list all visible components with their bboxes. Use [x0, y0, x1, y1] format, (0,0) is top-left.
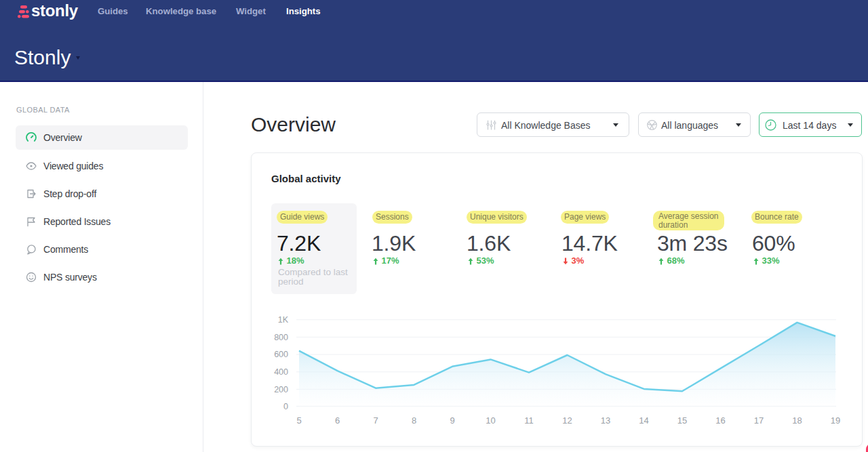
svg-text:9: 9: [450, 415, 454, 426]
svg-text:14: 14: [639, 415, 648, 426]
svg-text:15: 15: [677, 415, 687, 426]
svg-text:5: 5: [296, 415, 301, 426]
svg-text:6: 6: [335, 415, 340, 426]
svg-text:13: 13: [601, 415, 610, 426]
svg-text:600: 600: [274, 350, 288, 359]
svg-text:17: 17: [754, 415, 764, 426]
svg-text:11: 11: [524, 415, 534, 426]
svg-text:1K: 1K: [278, 315, 289, 325]
svg-text:200: 200: [274, 385, 288, 394]
svg-text:19: 19: [831, 415, 840, 426]
svg-text:7: 7: [373, 415, 378, 426]
svg-text:0: 0: [283, 402, 288, 411]
svg-text:800: 800: [274, 333, 288, 342]
svg-text:16: 16: [715, 415, 725, 426]
svg-text:400: 400: [274, 367, 288, 377]
svg-text:12: 12: [562, 415, 572, 426]
svg-text:10: 10: [486, 415, 495, 426]
svg-text:8: 8: [412, 415, 416, 426]
svg-text:18: 18: [792, 415, 802, 426]
